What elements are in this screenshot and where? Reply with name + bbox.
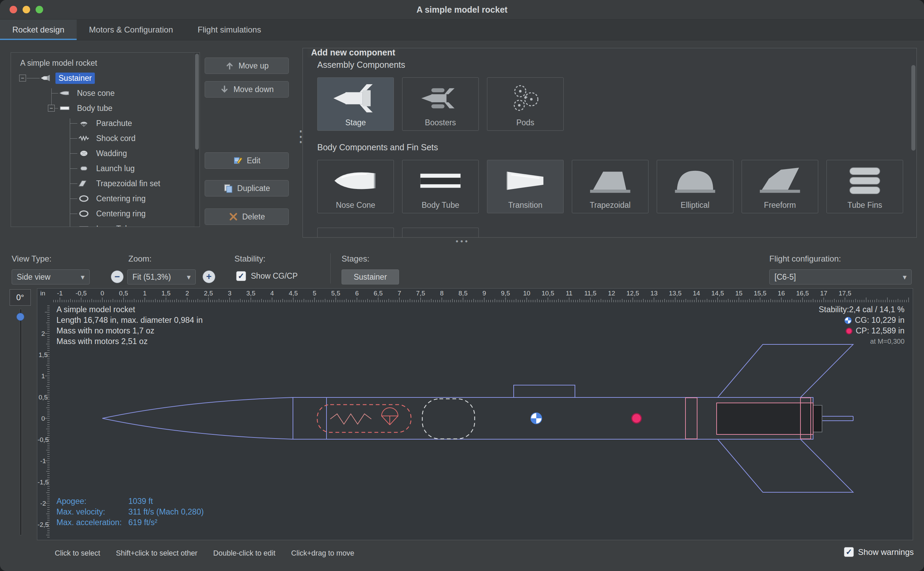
tree-item-launch-lug[interactable]: Launch lug: [11, 161, 194, 176]
rotation-value: 0°: [9, 289, 31, 306]
flight-label: Max. acceleration:: [57, 517, 128, 528]
tree-item-body-tube[interactable]: Body tube: [11, 101, 194, 116]
component-tile-transition[interactable]: Transition: [487, 160, 564, 213]
edit-icon: [233, 156, 243, 165]
svg-text:12,5: 12,5: [627, 290, 639, 297]
rotation-slider-track[interactable]: [20, 309, 22, 536]
flight-configuration-select[interactable]: [C6-5]: [769, 269, 912, 284]
view-type-select[interactable]: Side view: [12, 269, 90, 284]
duplicate-label: Duplicate: [237, 184, 270, 193]
tree-item-inner-tube[interactable]: Inner Tube: [11, 221, 194, 227]
tab-flight-simulations[interactable]: Flight simulations: [185, 20, 273, 40]
zoom-select[interactable]: Fit (51,3%): [127, 269, 196, 284]
flight-value: 619 ft/s²: [128, 517, 157, 528]
svg-text:12: 12: [608, 290, 615, 297]
svg-text:10: 10: [523, 290, 530, 297]
arrow-up-icon: [225, 61, 234, 71]
statusbar-hint: Click+drag to move: [291, 549, 354, 558]
component-tile-label: Body Tube: [402, 201, 479, 210]
tree-item-centering-ring[interactable]: Centering ring: [11, 191, 194, 206]
design-info-line: Mass with no motors 1,7 oz: [57, 326, 203, 336]
centering-ring-icon: [78, 194, 90, 203]
add-panel-scrollbar-thumb[interactable]: [911, 65, 915, 151]
tab-rocket-design[interactable]: Rocket design: [0, 20, 77, 40]
zoom-label: Zoom:: [128, 254, 152, 264]
horizontal-splitter-grip[interactable]: [449, 237, 476, 246]
shock-cord-drawing[interactable]: [330, 414, 371, 424]
design-info-line: Mass with motors 2,51 oz: [57, 336, 203, 347]
add-component-panel: Add new component Assembly ComponentsSta…: [302, 48, 917, 238]
motor-overhang[interactable]: [813, 405, 822, 432]
rotation-slider-thumb[interactable]: [17, 313, 24, 321]
wadding-outline[interactable]: [422, 399, 475, 439]
maximize-button[interactable]: [35, 6, 43, 13]
component-tile-tube-fins[interactable]: Tube Fins: [827, 160, 903, 213]
nose-cone-icon: [59, 89, 71, 97]
cg-line: CG: 10,229 in: [855, 315, 904, 326]
zoom-in-button[interactable]: +: [203, 270, 215, 283]
stage-toggle-sustainer[interactable]: Sustainer: [342, 269, 399, 284]
component-tile-pods[interactable]: Pods: [487, 77, 564, 131]
tree-item-label: Nose cone: [74, 88, 118, 99]
collapse-icon[interactable]: [48, 105, 55, 112]
tree-root-item[interactable]: A simple model rocket: [11, 56, 194, 71]
component-tile-body-tube[interactable]: Body Tube: [402, 160, 479, 213]
show-warnings-checkbox[interactable]: ✓: [844, 547, 854, 557]
move-up-button[interactable]: Move up: [205, 57, 289, 74]
component-tree-panel: A simple model rocketSustainerNose coneB…: [11, 52, 200, 227]
component-tile-freeform[interactable]: Freeform: [742, 160, 818, 213]
component-tile-elliptical[interactable]: Elliptical: [657, 160, 733, 213]
parachute-symbol[interactable]: [382, 408, 398, 425]
duplicate-button[interactable]: Duplicate: [205, 180, 289, 196]
zoom-out-button[interactable]: −: [111, 270, 123, 283]
tree-scrollbar[interactable]: [194, 53, 200, 227]
component-tile-nose-cone[interactable]: Nose Cone: [317, 160, 394, 213]
component-tile-trapezoidal[interactable]: Trapezoidal: [572, 160, 648, 213]
svg-text:16: 16: [778, 290, 785, 297]
component-tile-partial[interactable]: [317, 228, 394, 238]
delete-button[interactable]: Delete: [205, 208, 289, 225]
zoom-value: Fit (51,3%): [132, 273, 171, 282]
rocket-canvas[interactable]: -1-0,500,511,522,533,544,555,566,577,588…: [37, 288, 913, 540]
component-tile-partial[interactable]: [402, 228, 479, 238]
svg-text:7,5: 7,5: [416, 290, 425, 297]
motor-mount[interactable]: [717, 403, 813, 434]
close-button[interactable]: [9, 6, 17, 13]
svg-text:3: 3: [228, 290, 232, 297]
tab-motors-configuration[interactable]: Motors & Configuration: [77, 20, 185, 40]
tree-item-shock-cord[interactable]: Shock cord: [11, 131, 194, 146]
stability-line: Stability:2,4 cal / 14,1 %: [819, 304, 904, 315]
collapse-icon[interactable]: [19, 75, 26, 82]
tree-item-trapezoidal-fin-set[interactable]: Trapezoidal fin set: [11, 176, 194, 191]
tree-item-centering-ring[interactable]: Centering ring: [11, 206, 194, 221]
component-tile-stage[interactable]: Stage: [317, 77, 394, 131]
design-top-section: A simple model rocketSustainerNose coneB…: [0, 40, 924, 246]
svg-text:16,5: 16,5: [796, 290, 809, 297]
add-component-body: Assembly ComponentsStageBoostersPodsBody…: [303, 60, 916, 238]
show-cgcp-checkbox[interactable]: ✓: [236, 271, 246, 281]
svg-text:0: 0: [101, 290, 105, 297]
stability-label: Stability:: [234, 254, 266, 264]
parachute-icon: [78, 119, 90, 127]
rotation-slider[interactable]: [17, 309, 25, 536]
svg-text:11,5: 11,5: [584, 290, 596, 297]
move-down-button[interactable]: Move down: [205, 81, 289, 97]
tree-scrollbar-thumb[interactable]: [195, 54, 199, 150]
minimize-button[interactable]: [23, 6, 30, 13]
cp-marker[interactable]: [632, 414, 641, 423]
tree-item-sustainer[interactable]: Sustainer: [11, 71, 194, 86]
add-panel-scrollbar[interactable]: [911, 61, 915, 238]
vertical-splitter-grip[interactable]: [293, 132, 301, 156]
flight-configuration-label: Flight configuration:: [769, 254, 841, 264]
svg-text:-0,5: -0,5: [38, 436, 49, 443]
component-tile-boosters[interactable]: Boosters: [402, 77, 479, 131]
tree-item-nose-cone[interactable]: Nose cone: [11, 86, 194, 101]
cg-marker[interactable]: [531, 413, 542, 424]
tab-bar: Rocket designMotors & ConfigurationFligh…: [0, 20, 924, 40]
chevron-down-icon: [76, 273, 85, 282]
edit-button[interactable]: Edit: [205, 152, 289, 169]
tree-item-wadding[interactable]: Wadding: [11, 146, 194, 161]
wadding-icon: [78, 149, 90, 157]
svg-text:3,5: 3,5: [246, 290, 255, 297]
tree-item-parachute[interactable]: Parachute: [11, 116, 194, 131]
